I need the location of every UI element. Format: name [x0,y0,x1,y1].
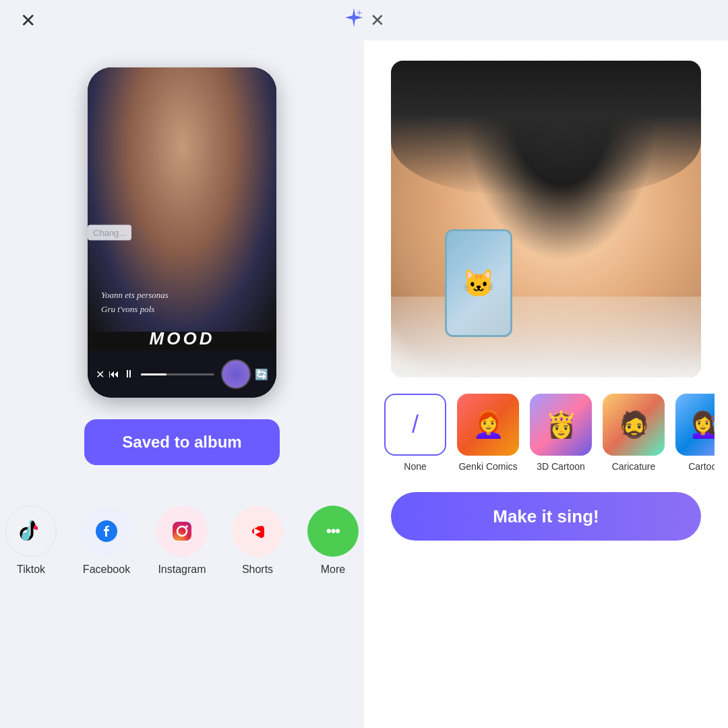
close-left-button[interactable]: ✕ [20,9,36,32]
share-shorts[interactable]: ▶ Shorts [232,506,283,576]
phone-in-photo: 🐱 [445,229,512,337]
filter-cartoon-label: Cartoo... [688,461,715,472]
filter-3dcartoon-label: 3D Cartoon [537,461,585,472]
left-panel: Yoann ets personas Gru t'vons pols MOOD … [0,40,364,728]
tiktok-icon-circle [5,506,57,557]
filter-none-label: None [404,461,426,472]
repeat-icon[interactable]: 🔄 [255,368,268,381]
tiktok-label: Tiktok [17,564,45,576]
filter-genki-thumb: 👩‍🦰 [457,394,519,456]
filter-cartoon[interactable]: 💇‍♀️ Cartoo... [675,394,715,472]
filter-genki[interactable]: 👩‍🦰 Genki Comics [457,394,519,472]
shuffle-icon[interactable]: ✕ [96,368,104,381]
share-facebook[interactable]: Facebook [81,506,132,576]
filter-row: / None 👩‍🦰 Genki Comics 👸 3D Cartoon 🧔 C… [377,394,715,472]
player-controls: ✕ ⏮ ⏸ 🔄 [88,351,276,398]
filter-none-thumb: / [384,394,446,456]
none-slash-icon: / [412,411,419,439]
filter-cartoon-thumb: 💇‍♀️ [675,394,715,456]
share-tiktok[interactable]: Tiktok [5,506,57,576]
saved-to-album-button[interactable]: Saved to album [84,419,280,465]
cat-icon: 🐱 [462,268,495,299]
make-it-sing-button[interactable]: Make it sing! [391,492,701,541]
facebook-icon-circle [81,506,132,557]
main-photo-inner: 🐱 [391,61,701,377]
svg-text:▶: ▶ [254,526,261,536]
sparkle-icon [343,7,365,34]
saved-btn-label: Saved to album [122,433,241,452]
filter-genki-label: Genki Comics [458,461,517,472]
share-row: Tiktok Facebook [5,506,359,576]
progress-bar [141,373,214,375]
right-panel: 🐱 / None 👩‍🦰 Genki Comics 👸 3D Cartoon [364,40,728,728]
filter-caricature[interactable]: 🧔 Caricature [603,394,665,472]
pause-icon[interactable]: ⏸ [123,368,134,380]
share-instagram[interactable]: Instagram [156,506,208,576]
top-bar: ✕ ✕ [0,0,728,40]
filter-caricature-thumb: 🧔 [603,394,665,456]
facebook-label: Facebook [83,564,130,576]
filter-none[interactable]: / None [384,394,446,472]
more-icon-circle: ••• [307,506,359,557]
change-hint: Chang... [88,225,131,241]
album-art [221,359,251,389]
close-center-button[interactable]: ✕ [370,10,385,31]
instagram-icon-circle [156,506,208,557]
more-label: More [321,564,345,576]
svg-rect-1 [173,522,191,541]
make-sing-label: Make it sing! [493,506,599,527]
prev-icon[interactable]: ⏮ [109,368,119,380]
filter-3dcartoon[interactable]: 👸 3D Cartoon [530,394,592,472]
phone-mockup: Yoann ets personas Gru t'vons pols MOOD … [88,67,276,398]
shorts-label: Shorts [242,564,273,576]
main-photo: 🐱 [391,61,701,377]
svg-point-3 [185,525,188,528]
filter-3dcartoon-thumb: 👸 [530,394,592,456]
filter-caricature-label: Caricature [612,461,656,472]
share-more[interactable]: ••• More [307,506,359,576]
top-center: ✕ [343,7,385,34]
progress-fill [141,373,166,375]
shorts-icon-circle: ▶ [232,506,283,557]
song-text: Yoann ets personas Gru t'vons pols [101,289,263,317]
mood-text: MOOD [88,328,276,349]
instagram-label: Instagram [158,564,206,576]
